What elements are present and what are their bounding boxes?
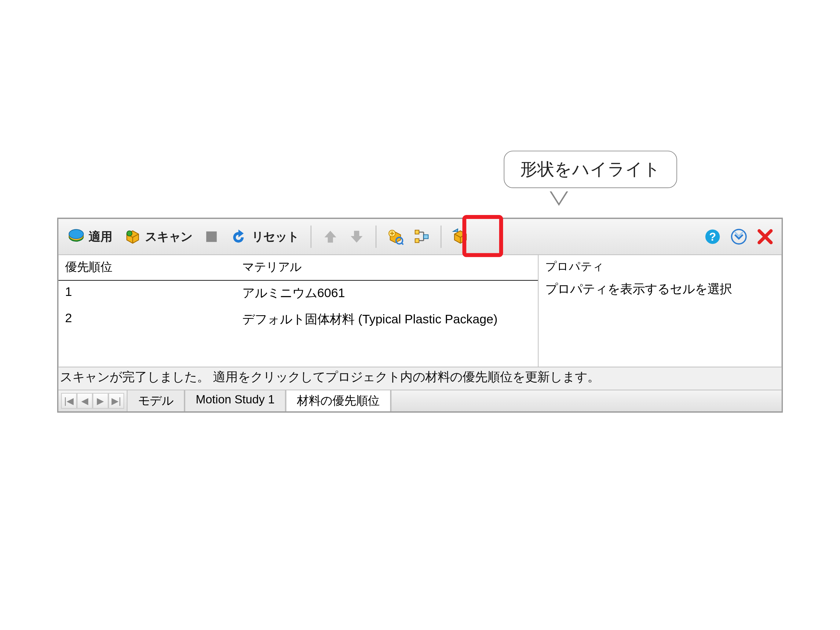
tab-label: Motion Study 1: [196, 393, 275, 406]
scan-icon: [124, 228, 141, 245]
tab-label: モデル: [138, 394, 174, 407]
highlight-shape-button[interactable]: [449, 225, 472, 248]
undo-icon: [231, 228, 248, 245]
toolbar-separator: [441, 225, 441, 248]
header-material: マテリアル: [236, 255, 538, 280]
list-tree-icon: [413, 228, 430, 245]
toolbar-separator: [376, 225, 376, 248]
apply-label: 適用: [88, 229, 112, 245]
bottom-tab-strip: |◀ ◀ ▶ ▶| モデル Motion Study 1 材料の優先順位: [58, 390, 782, 411]
nav-prev-icon: ◀: [81, 395, 88, 406]
svg-point-3: [127, 231, 132, 236]
callout-text: 形状をハイライト: [520, 159, 661, 179]
nav-first-button[interactable]: |◀: [61, 393, 77, 409]
cell-priority: 2: [58, 307, 236, 333]
status-bar: スキャンが完了しました。 適用をクリックしてプロジェクト内の材料の優先順位を更新…: [58, 366, 782, 389]
reset-label: リセット: [252, 229, 299, 245]
arrow-down-icon: [348, 228, 365, 245]
help-button[interactable]: ?: [701, 225, 724, 248]
arrow-up-icon: [322, 228, 339, 245]
move-down-button[interactable]: [346, 225, 368, 248]
nav-next-button[interactable]: ▶: [93, 393, 109, 409]
add-material-button[interactable]: [384, 225, 407, 248]
tab-model[interactable]: モデル: [127, 390, 185, 411]
table-header-row: 優先順位 マテリアル: [58, 255, 538, 281]
tab-nav-buttons: |◀ ◀ ▶ ▶|: [58, 390, 127, 411]
nav-prev-button[interactable]: ◀: [77, 393, 93, 409]
nav-first-icon: |◀: [64, 395, 74, 406]
status-text: スキャンが完了しました。 適用をクリックしてプロジェクト内の材料の優先順位を更新…: [60, 370, 600, 384]
nav-last-button[interactable]: ▶|: [109, 393, 124, 409]
cell-material: デフォルト固体材料 (Typical Plastic Package): [236, 307, 538, 333]
cube-plus-icon: [387, 228, 404, 245]
close-icon: [756, 228, 774, 245]
tab-label: 材料の優先順位: [297, 394, 380, 407]
apply-button[interactable]: 適用: [64, 225, 116, 248]
priority-table: 優先順位 マテリアル 1 アルミニウム6061 2 デフォルト固体材料 (Typ…: [58, 255, 538, 367]
table-row[interactable]: 1 アルミニウム6061: [58, 281, 538, 307]
scan-label: スキャン: [145, 229, 193, 245]
stop-icon: [203, 228, 220, 245]
apply-icon: [68, 228, 85, 245]
svg-rect-9: [424, 235, 428, 238]
callout-tail: [550, 191, 568, 205]
svg-text:?: ?: [709, 230, 716, 243]
list-settings-button[interactable]: [411, 225, 433, 248]
expand-button[interactable]: [728, 225, 750, 248]
svg-rect-7: [415, 230, 419, 234]
svg-rect-8: [415, 238, 419, 243]
properties-panel: プロパティ プロパティを表示するセルを選択: [538, 255, 782, 367]
table-row[interactable]: 2 デフォルト固体材料 (Typical Plastic Package): [58, 307, 538, 333]
help-icon: ?: [704, 228, 721, 245]
toolbar: 適用 スキャン: [58, 219, 782, 255]
nav-next-icon: ▶: [97, 395, 104, 406]
stop-button[interactable]: [201, 225, 223, 248]
close-button[interactable]: [754, 225, 776, 248]
highlight-cube-icon: [452, 228, 469, 245]
material-priority-panel: 適用 スキャン: [57, 218, 783, 412]
header-priority: 優先順位: [58, 255, 236, 280]
toolbar-separator: [311, 225, 311, 248]
move-up-button[interactable]: [319, 225, 341, 248]
properties-message: プロパティを表示するセルを選択: [545, 281, 775, 298]
svg-rect-4: [206, 231, 216, 242]
chevron-circle-down-icon: [730, 228, 747, 245]
cell-priority: 1: [58, 281, 236, 307]
tab-motion-study[interactable]: Motion Study 1: [185, 390, 286, 411]
cell-material: アルミニウム6061: [236, 281, 538, 307]
content-area: 優先順位 マテリアル 1 アルミニウム6061 2 デフォルト固体材料 (Typ…: [58, 255, 782, 367]
tab-material-priority[interactable]: 材料の優先順位: [286, 390, 391, 411]
nav-last-icon: ▶|: [112, 395, 121, 406]
reset-button[interactable]: リセット: [227, 225, 303, 248]
svg-point-2: [69, 229, 84, 238]
callout-highlight-shape: 形状をハイライト: [504, 150, 677, 188]
scan-button[interactable]: スキャン: [120, 225, 196, 248]
properties-header: プロパティ: [545, 257, 775, 280]
